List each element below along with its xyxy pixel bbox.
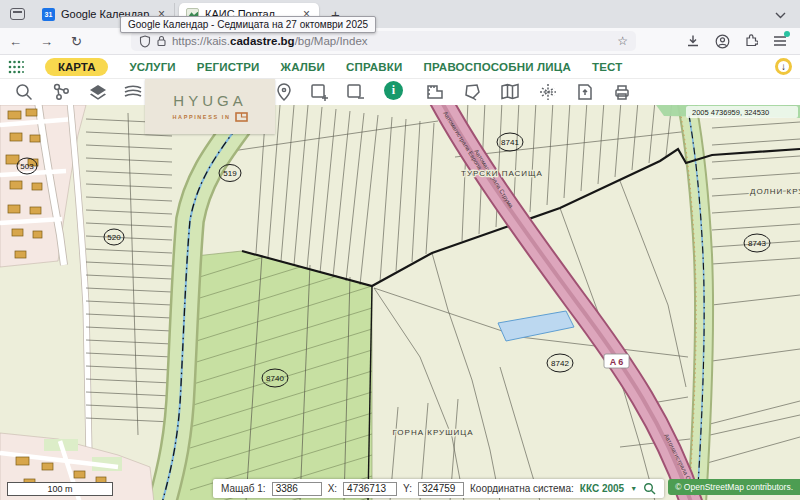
ad-houseplan-icon <box>235 112 248 122</box>
crs-dropdown-icon[interactable]: ▼ <box>630 485 637 492</box>
print-icon[interactable] <box>612 82 632 102</box>
export-document-icon[interactable] <box>575 82 595 102</box>
extensions-icon[interactable] <box>743 33 759 49</box>
menu-hamburger-icon[interactable] <box>772 33 788 49</box>
forward-icon[interactable]: → <box>31 34 62 49</box>
layers-outline-icon[interactable] <box>123 82 143 102</box>
menu-notification-dot <box>784 31 790 37</box>
x-label: X: <box>328 483 337 494</box>
reload-icon[interactable]: ↻ <box>62 34 91 49</box>
layers-tree-icon[interactable] <box>52 82 72 102</box>
parcel-number: 503 <box>20 162 34 171</box>
list-tabs-chevron-icon[interactable] <box>775 5 800 23</box>
downloads-icon[interactable] <box>685 33 701 49</box>
menu-item-zhalbi[interactable]: ЖАЛБИ <box>281 61 325 73</box>
menu-item-spravki[interactable]: СПРАВКИ <box>346 61 403 73</box>
download-circle-button[interactable]: ↓ <box>775 58 792 75</box>
scale-input[interactable]: 3386 <box>272 482 322 496</box>
parcel-number: 8743 <box>748 239 766 248</box>
crs-label: Координатна система: <box>470 483 574 494</box>
url-text: https://kais.cadastre.bg/bg/Map/Index <box>172 35 368 47</box>
scale-bar: 100 m <box>7 482 113 496</box>
menu-item-karta[interactable]: КАРТА <box>45 58 108 76</box>
layers-filled-icon[interactable] <box>88 82 108 102</box>
lock-icon <box>156 35 167 47</box>
account-icon[interactable] <box>714 33 730 49</box>
map-canvas[interactable]: Автомагистрала Европа Автомагистрала Стр… <box>0 105 800 500</box>
place-label-turski: ТУРСКИ ПАСИЩА <box>461 169 543 178</box>
road-shield-a6: A 6 <box>604 354 629 368</box>
url-field[interactable]: https://kais.cadastre.bg/bg/Map/Index ☆ <box>131 31 636 51</box>
map-status-bar: Мащаб 1: 3386 X: 4736713 Y: 324759 Коорд… <box>213 479 664 498</box>
select-area-add-icon[interactable] <box>309 82 329 102</box>
coordinate-search-icon[interactable] <box>643 482 656 495</box>
map-fold-icon[interactable] <box>500 82 520 102</box>
crs-value[interactable]: ККС 2005 <box>580 483 624 494</box>
parcel-number: 8741 <box>501 138 519 147</box>
ad-brand: HYUGA <box>173 92 246 109</box>
apps-grid-icon[interactable] <box>8 60 24 74</box>
place-label-dolni: ДОЛНИ КРУ <box>750 187 800 196</box>
ad-banner[interactable]: HYUGA HAPPINESS IN <box>145 79 275 134</box>
back-icon[interactable]: ← <box>0 34 31 49</box>
google-calendar-favicon: 31 <box>42 8 55 21</box>
info-tool-button[interactable]: i <box>384 81 403 100</box>
parcel-number: 520 <box>107 233 121 242</box>
map-toolbar: i <box>0 79 800 105</box>
map-container: i HYUGA HAPPINESS IN <box>0 78 800 500</box>
parcel-number: 8742 <box>551 359 569 368</box>
move-map-icon[interactable] <box>538 82 558 102</box>
bookmark-star-icon[interactable]: ☆ <box>617 34 628 48</box>
site-menu-bar: КАРТА УСЛУГИ РЕГИСТРИ ЖАЛБИ СПРАВКИ ПРАВ… <box>0 55 800 78</box>
parcel-number: 519 <box>223 169 237 178</box>
polygon-select-icon[interactable] <box>462 82 482 102</box>
menu-item-test[interactable]: ТЕСТ <box>592 61 623 73</box>
location-pin-icon[interactable] <box>274 82 294 102</box>
parcel-number: 8740 <box>266 374 284 383</box>
select-area-remove-icon[interactable] <box>345 82 365 102</box>
tab-bar: 31 Google Календар - Седмицат × КАИС Пор… <box>0 0 800 28</box>
corner-coordinates: 2005 4736959, 324530 <box>686 106 798 118</box>
menu-item-registri[interactable]: РЕГИСТРИ <box>197 61 260 73</box>
measure-area-icon[interactable] <box>425 82 445 102</box>
x-coordinate-value: 4736713 <box>343 482 397 496</box>
tab-tooltip: Google Календар - Седмицата на 27 октомв… <box>120 16 376 33</box>
osm-attribution[interactable]: © OpenStreetMap contributors. <box>668 479 800 495</box>
scale-label: Мащаб 1: <box>221 483 266 494</box>
search-icon[interactable] <box>14 82 34 102</box>
place-label-gorna: ГОРНА КРУШИЦА <box>392 428 473 437</box>
scale-bar-label: 100 m <box>47 484 72 494</box>
menu-item-uslugi[interactable]: УСЛУГИ <box>129 61 175 73</box>
svg-text:A 6: A 6 <box>610 357 624 367</box>
browser-window: 31 Google Календар - Седмицат × КАИС Пор… <box>0 0 800 500</box>
browser-actions <box>685 33 800 49</box>
ad-tagline: HAPPINESS IN <box>172 114 230 120</box>
shield-icon <box>139 35 151 48</box>
menu-item-pravosposobni[interactable]: ПРАВОСПОСОБНИ ЛИЦА <box>424 61 571 73</box>
y-label: Y: <box>403 483 412 494</box>
svg-text:2005 4736959, 324530: 2005 4736959, 324530 <box>692 108 769 117</box>
y-coordinate-value: 324759 <box>418 482 464 496</box>
tab-manager-icon[interactable] <box>10 8 25 20</box>
